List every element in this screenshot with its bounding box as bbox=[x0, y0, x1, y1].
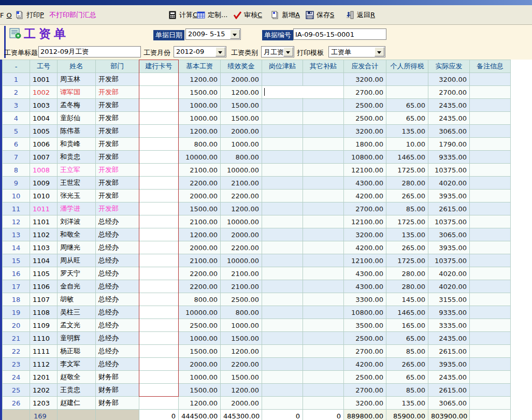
cell-name[interactable]: 赵敬全 bbox=[57, 371, 96, 384]
cell-base[interactable]: 1500.00 bbox=[179, 345, 221, 358]
cell-dept[interactable]: 开发部 bbox=[96, 99, 139, 112]
cell-post[interactable] bbox=[262, 267, 303, 280]
cell-post[interactable] bbox=[262, 112, 303, 125]
cell-id[interactable]: 1004 bbox=[30, 112, 57, 125]
cell-net[interactable]: 3065.00 bbox=[428, 125, 470, 138]
cell-total[interactable]: 2700.00 bbox=[344, 345, 386, 358]
cell-tax[interactable]: 85.00 bbox=[386, 345, 428, 358]
cell-bonus[interactable]: 2200.00 bbox=[221, 241, 262, 254]
cell-base[interactable]: 1000.00 bbox=[179, 112, 221, 125]
save-button[interactable]: 保存S bbox=[306, 9, 334, 21]
cell-card[interactable] bbox=[139, 228, 179, 241]
cell-total[interactable]: 12100.00 bbox=[344, 215, 386, 228]
cell-id[interactable]: 1001 bbox=[30, 73, 57, 86]
cell-other[interactable] bbox=[303, 345, 344, 358]
cell-total[interactable]: 2500.00 bbox=[344, 332, 386, 345]
cell-net[interactable]: 3200.00 bbox=[428, 73, 470, 86]
cell-tax[interactable] bbox=[386, 86, 428, 99]
cell-edit-box[interactable] bbox=[262, 86, 343, 98]
cell-bonus[interactable]: 2200.00 bbox=[221, 358, 262, 371]
col-header-net-pay[interactable]: 实际应发 bbox=[428, 60, 470, 73]
cell-remark[interactable] bbox=[470, 306, 511, 319]
cell-net[interactable]: 9335.00 bbox=[428, 306, 470, 319]
cell-n[interactable]: 26 bbox=[3, 397, 30, 410]
cell-tax[interactable]: 135.00 bbox=[386, 125, 428, 138]
cell-n[interactable]: 15 bbox=[3, 254, 30, 267]
cell-post[interactable] bbox=[262, 371, 303, 384]
cell-remark[interactable] bbox=[470, 151, 511, 164]
cell-net[interactable]: 2615.00 bbox=[428, 384, 470, 397]
cell-card[interactable] bbox=[139, 86, 179, 99]
cell-net[interactable]: 2615.00 bbox=[428, 202, 470, 215]
cell-net[interactable]: 2435.00 bbox=[428, 99, 470, 112]
cell-card[interactable] bbox=[139, 384, 179, 397]
cell-id[interactable]: 1005 bbox=[30, 125, 57, 138]
cell-net[interactable]: 4020.00 bbox=[428, 267, 470, 280]
print-template-combobox[interactable]: 工资单 bbox=[328, 46, 385, 57]
cell-base[interactable]: 1000.00 bbox=[179, 99, 221, 112]
cell-net[interactable]: 3155.00 bbox=[428, 293, 470, 306]
cell-name[interactable]: 王贵忠 bbox=[57, 384, 96, 397]
cell-name[interactable]: 吴柱三 bbox=[57, 306, 96, 319]
cell-total[interactable]: 4200.00 bbox=[344, 358, 386, 371]
cell-post[interactable] bbox=[262, 177, 303, 190]
cell-other[interactable] bbox=[303, 358, 344, 371]
cell-base[interactable]: 2000.00 bbox=[179, 190, 221, 202]
cell-remark[interactable] bbox=[470, 332, 511, 345]
col-header-post-allowance[interactable]: 岗位津贴 bbox=[262, 60, 303, 73]
cell-name[interactable]: 谭军国 bbox=[57, 86, 96, 99]
cell-base[interactable]: 1200.00 bbox=[179, 125, 221, 138]
cell-base[interactable]: 1200.00 bbox=[179, 228, 221, 241]
cell-name[interactable]: 孟文光 bbox=[57, 319, 96, 332]
cell-net[interactable]: 4020.00 bbox=[428, 177, 470, 190]
cell-tax[interactable]: 165.00 bbox=[386, 319, 428, 332]
col-header-bonus[interactable]: 绩效奖金 bbox=[221, 60, 262, 73]
cell-dept[interactable]: 总经办 bbox=[96, 358, 139, 371]
back-button[interactable]: 返回R bbox=[346, 9, 375, 21]
cell-tax[interactable]: 1725.00 bbox=[386, 164, 428, 177]
cell-name[interactable]: 赵建仁 bbox=[57, 397, 96, 410]
cell-card[interactable] bbox=[139, 306, 179, 319]
cell-dept[interactable]: 开发部 bbox=[96, 73, 139, 86]
cell-total[interactable]: 4300.00 bbox=[344, 177, 386, 190]
cell-remark[interactable] bbox=[470, 345, 511, 358]
cell-bonus[interactable]: 10000.00 bbox=[221, 164, 262, 177]
cell-dept[interactable]: 总经办 bbox=[96, 254, 139, 267]
cell-post[interactable] bbox=[262, 384, 303, 397]
salary-month-combobox[interactable]: 2012-09 bbox=[174, 46, 226, 57]
cell-name[interactable]: 刘洋波 bbox=[57, 215, 96, 228]
cell-remark[interactable] bbox=[470, 280, 511, 293]
cell-bonus[interactable]: 2100.00 bbox=[221, 177, 262, 190]
cell-remark[interactable] bbox=[470, 202, 511, 215]
cell-other[interactable] bbox=[303, 138, 344, 151]
dropdown-arrow-icon[interactable] bbox=[215, 47, 225, 56]
cell-card[interactable] bbox=[139, 241, 179, 254]
cell-post[interactable] bbox=[262, 215, 303, 228]
cell-net[interactable]: 2700.00 bbox=[428, 86, 470, 99]
cell-dept[interactable]: 总经办 bbox=[96, 280, 139, 293]
cell-total[interactable]: 4300.00 bbox=[344, 267, 386, 280]
cell-total[interactable]: 3500.00 bbox=[344, 319, 386, 332]
col-header-empno[interactable]: 工号 bbox=[30, 60, 57, 73]
cell-net[interactable]: 3935.00 bbox=[428, 190, 470, 202]
cell-bonus[interactable]: 800.00 bbox=[221, 151, 262, 164]
cell-post[interactable] bbox=[262, 319, 303, 332]
cell-remark[interactable] bbox=[470, 190, 511, 202]
cell-tax[interactable]: 280.00 bbox=[386, 267, 428, 280]
cell-dept[interactable]: 开发部 bbox=[96, 177, 139, 190]
cell-post[interactable] bbox=[262, 306, 303, 319]
cell-base[interactable]: 1500.00 bbox=[179, 86, 221, 99]
cell-net[interactable]: 2435.00 bbox=[428, 332, 470, 345]
cell-post[interactable] bbox=[262, 190, 303, 202]
cell-id[interactable]: 1006 bbox=[30, 138, 57, 151]
cell-tax[interactable]: 135.00 bbox=[386, 228, 428, 241]
cell-n[interactable]: 8 bbox=[3, 164, 30, 177]
cell-total[interactable]: 2700.00 bbox=[344, 384, 386, 397]
cell-dept[interactable]: 总经办 bbox=[96, 241, 139, 254]
cell-other[interactable] bbox=[303, 384, 344, 397]
cell-dept[interactable]: 开发部 bbox=[96, 138, 139, 151]
cell-post[interactable] bbox=[262, 228, 303, 241]
cell-tax[interactable]: 10.00 bbox=[386, 138, 428, 151]
cell-name[interactable]: 潘学进 bbox=[57, 202, 96, 215]
cell-n[interactable]: 6 bbox=[3, 138, 30, 151]
